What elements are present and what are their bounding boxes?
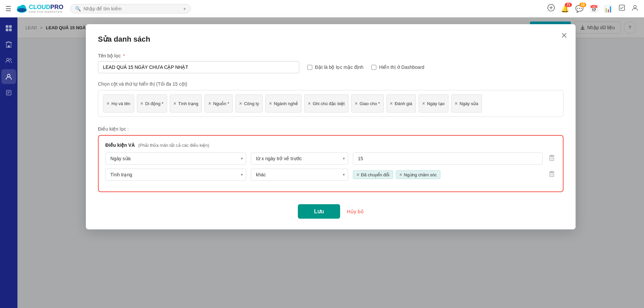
top-navigation: ☰ CLOUD PRO CRM FOR MARKETER 🔍 ▾ 🔔 <box>0 0 644 17</box>
sidebar-item-building[interactable] <box>1 37 16 52</box>
topnav-icons: 🔔 71 💬 10 📅 📊 <box>547 4 639 13</box>
filter-name-row: Đặt là bộ lọc mặc định Hiển thị ở Dashbo… <box>98 61 564 73</box>
delete-filter-row-1-button[interactable] <box>547 153 556 164</box>
dashboard-display-checkbox[interactable] <box>371 65 376 70</box>
column-tag-remove[interactable]: × <box>308 101 311 106</box>
sidebar-item-leads[interactable] <box>1 69 16 84</box>
logo-pro: PRO <box>50 4 63 11</box>
filter-tag-remove[interactable]: × <box>399 172 402 177</box>
column-tag: × Ngày sửa <box>451 94 482 113</box>
column-tag: × Đánh giá <box>386 94 416 113</box>
filter-box: Điều kiện VÀ (Phải thỏa mãn tất cả các đ… <box>98 135 564 192</box>
filter-and-desc: (Phải thỏa mãn tất cả các điều kiện) <box>138 143 209 148</box>
column-tag-remove[interactable]: × <box>141 101 143 106</box>
notifications-button[interactable]: 🔔 71 <box>561 5 569 13</box>
logo-cloud: CLOUD <box>29 4 50 11</box>
filter-field-1-select[interactable]: Ngày sửa <box>105 152 246 165</box>
logo-icon <box>15 2 28 15</box>
column-tag: × Tình trạng <box>170 94 202 113</box>
column-tag: × Di động * <box>137 94 167 113</box>
filter-condition-label: Điều kiện lọc : <box>98 126 564 132</box>
svg-point-4 <box>17 8 26 12</box>
column-tag: × Ghi chú đặc biệt <box>304 94 348 113</box>
sidebar-item-reports[interactable] <box>1 85 16 100</box>
trash-icon-2 <box>549 171 555 177</box>
column-tag-remove[interactable]: × <box>390 101 393 106</box>
logo-sub: CRM FOR MARKETER <box>29 11 63 13</box>
filter-field-2-wrapper: Tình trạng ▾ <box>105 169 246 181</box>
column-tag-remove[interactable]: × <box>107 101 109 106</box>
chart-button[interactable]: 📊 <box>604 5 612 13</box>
calendar-button[interactable]: 📅 <box>590 5 598 13</box>
column-tag: × Nguồn * <box>205 94 233 113</box>
column-tag: × Ngày tạo <box>419 94 448 113</box>
svg-point-9 <box>634 5 636 8</box>
hamburger-menu[interactable]: ☰ <box>5 5 11 13</box>
filter-operator-2-select[interactable]: khác <box>251 169 348 181</box>
svg-rect-25 <box>550 157 554 161</box>
svg-rect-8 <box>619 5 625 10</box>
dashboard-display-label: Hiển thị ở Dashboard <box>379 64 424 70</box>
cancel-button[interactable]: Hủy bỏ <box>347 209 364 215</box>
column-tag-remove[interactable]: × <box>239 101 242 106</box>
svg-point-19 <box>7 74 10 77</box>
column-tag-remove[interactable]: × <box>422 101 425 106</box>
filter-operator-2-wrapper: khác ▾ <box>251 169 348 181</box>
filter-name-label: Tên bộ lọc * <box>98 53 564 58</box>
sidebar-item-contacts[interactable] <box>1 53 16 68</box>
filter-value-tag: × Đã chuyển đổi <box>353 170 393 179</box>
column-tag: × Công ty <box>235 94 263 113</box>
filter-operator-1-select[interactable]: từ x ngày trở về trước <box>251 152 348 165</box>
column-tag: × Họ và tên <box>103 94 134 113</box>
svg-rect-11 <box>9 25 12 28</box>
sidebar <box>0 17 17 308</box>
columns-section-label: Chọn cột và thứ tự hiển thị (Tối đa 15 c… <box>98 81 564 87</box>
main-layout: LEAD > LEAD QUÁ 15 NGÀY CHƯA CẬP NHẬT + … <box>0 17 644 308</box>
default-filter-checkbox-group: Đặt là bộ lọc mặc định <box>307 64 363 70</box>
svg-rect-16 <box>9 45 10 47</box>
default-filter-label: Đặt là bộ lọc mặc định <box>315 64 363 70</box>
modal-close-button[interactable]: ✕ <box>561 31 568 40</box>
modal-dialog: Sửa danh sách ✕ Tên bộ lọc * Đặt là bộ l… <box>86 24 576 229</box>
column-tag-remove[interactable]: × <box>173 101 176 106</box>
svg-rect-15 <box>8 45 9 47</box>
trash-icon <box>549 155 555 161</box>
search-input[interactable] <box>84 6 181 11</box>
svg-rect-28 <box>550 173 554 177</box>
filter-row-2: Tình trạng ▾ khác ▾ × Đã chuyển <box>105 169 556 181</box>
svg-point-17 <box>7 58 9 61</box>
column-tag: × Giao cho * <box>351 94 384 113</box>
filter-and-label: Điều kiện VÀ (Phải thỏa mãn tất cả các đ… <box>105 142 556 148</box>
svg-rect-12 <box>6 29 8 31</box>
filter-tag-remove[interactable]: × <box>357 172 359 177</box>
filter-tags-container: × Đã chuyển đổi× Ngừng chăm sóc <box>353 170 543 179</box>
delete-filter-row-2-button[interactable] <box>547 169 556 180</box>
tasks-button[interactable] <box>619 4 625 13</box>
sidebar-item-dashboard[interactable] <box>1 21 16 36</box>
default-filter-checkbox[interactable] <box>307 65 312 70</box>
save-button[interactable]: Lưu <box>298 204 340 219</box>
filter-value-tag: × Ngừng chăm sóc <box>396 170 441 179</box>
required-marker: * <box>123 53 125 58</box>
search-bar[interactable]: 🔍 ▾ <box>70 4 191 13</box>
column-tag-remove[interactable]: × <box>455 101 458 106</box>
svg-rect-13 <box>9 29 12 31</box>
add-button[interactable] <box>547 4 555 13</box>
messages-badge: 10 <box>579 3 586 7</box>
filter-operator-1-wrapper: từ x ngày trở về trước ▾ <box>251 152 348 165</box>
logo: CLOUD PRO CRM FOR MARKETER <box>15 2 63 15</box>
column-tag-remove[interactable]: × <box>355 101 358 106</box>
filter-value-1-input[interactable] <box>353 152 543 165</box>
main-content: LEAD > LEAD QUÁ 15 NGÀY CHƯA CẬP NHẬT + … <box>17 17 644 308</box>
notifications-badge: 71 <box>565 3 572 7</box>
column-tag: × Ngành nghề <box>265 94 302 113</box>
filter-field-1-wrapper: Ngày sửa ▾ <box>105 152 246 165</box>
modal-overlay: Sửa danh sách ✕ Tên bộ lọc * Đặt là bộ l… <box>17 17 644 308</box>
column-tag-remove[interactable]: × <box>269 101 272 106</box>
modal-title: Sửa danh sách <box>98 35 564 44</box>
user-button[interactable] <box>631 4 639 13</box>
messages-button[interactable]: 💬 10 <box>575 5 584 13</box>
filter-field-2-select[interactable]: Tình trạng <box>105 169 246 181</box>
column-tag-remove[interactable]: × <box>208 101 211 106</box>
filter-name-input[interactable] <box>98 61 299 73</box>
